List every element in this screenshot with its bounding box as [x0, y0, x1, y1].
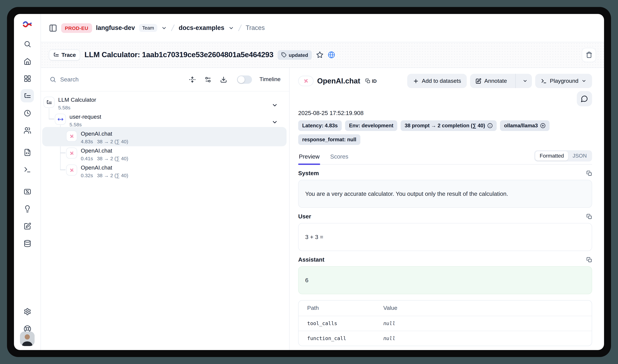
- detail-actions: Add to datasets Annotate: [407, 74, 592, 88]
- plus-icon: [413, 78, 419, 84]
- tree-node-icon: [66, 148, 77, 158]
- copy-icon: [586, 214, 592, 219]
- environment-badge[interactable]: PROD-EU: [61, 23, 92, 33]
- org-type-badge: Team: [139, 24, 157, 32]
- breadcrumb-section[interactable]: Traces: [246, 24, 265, 32]
- tree-node-trace[interactable]: LLM Calculator 5.58s: [44, 97, 286, 110]
- sidebar-item-insights[interactable]: [21, 202, 34, 215]
- openai-icon: [303, 78, 309, 84]
- breadcrumb-project[interactable]: docs-examples: [179, 24, 224, 32]
- copy-content-button[interactable]: [586, 170, 592, 176]
- cell-value: null: [383, 331, 592, 346]
- tree-node-span[interactable]: user-request 5.58s: [55, 114, 286, 127]
- comments-button[interactable]: [577, 91, 592, 106]
- file-code-icon: [24, 148, 31, 156]
- node-duration: 0.32s: [81, 172, 93, 178]
- observation-tree-panel: Search Timeline: [41, 68, 290, 350]
- toggle-knob: [238, 76, 245, 83]
- sidebar-item-evaluation[interactable]: [21, 185, 34, 198]
- tracing-tree-icon: [24, 92, 31, 100]
- openai-icon: [69, 167, 75, 173]
- sidebar-item-dashboards[interactable]: [21, 72, 34, 85]
- copy-content-button[interactable]: [586, 214, 592, 219]
- tree-connector: [60, 169, 65, 170]
- main-column: PROD-EU langfuse-dev Team / docs-example…: [41, 14, 604, 350]
- move-horizontal-icon: [57, 116, 63, 122]
- home-icon: [24, 57, 31, 65]
- param-badges-row: response_format: null: [298, 134, 592, 145]
- trace-tag-badge[interactable]: updated: [278, 50, 312, 60]
- format-option-formatted[interactable]: Formatted: [535, 151, 568, 161]
- copy-id-button[interactable]: ID: [365, 78, 377, 84]
- collapse-node-chevron[interactable]: [271, 102, 278, 108]
- delete-trace-button[interactable]: [582, 48, 596, 62]
- sliders-icon: [205, 76, 212, 83]
- download-button[interactable]: [220, 76, 227, 83]
- copy-content-button[interactable]: [586, 257, 592, 263]
- sidebar-item-playground[interactable]: [21, 163, 34, 176]
- tag-icon: [281, 52, 287, 57]
- openai-icon: [69, 150, 75, 156]
- node-duration: 5.58s: [69, 122, 82, 127]
- table-row: tool_calls null: [298, 316, 592, 331]
- terminal-icon: [541, 78, 547, 84]
- model-badge[interactable]: ollama/llama3: [500, 120, 549, 131]
- tree-icon: [46, 99, 52, 105]
- star-icon: [316, 51, 323, 59]
- message-content: 3 + 3 =: [298, 223, 592, 251]
- sidebar-item-home[interactable]: [21, 54, 34, 68]
- message-role-label: Assistant: [298, 256, 324, 263]
- message-section-assistant: Assistant 6: [298, 256, 592, 294]
- square-pen-icon: [24, 222, 31, 230]
- format-option-json[interactable]: JSON: [568, 151, 591, 161]
- timeline-toggle[interactable]: [237, 75, 252, 84]
- response-format-badge: response_format: null: [298, 134, 360, 145]
- sidebar-item-annotation[interactable]: [21, 219, 34, 233]
- download-icon: [220, 76, 227, 83]
- tree-icon: [53, 52, 59, 58]
- project-chevron-down-icon[interactable]: [228, 25, 234, 31]
- message-content: You are a very accurate calculator. You …: [298, 180, 592, 208]
- sidebar-rail: [14, 14, 41, 350]
- tree-settings-button[interactable]: [205, 76, 212, 83]
- message-section-system: System You are a very accurate calculato…: [298, 170, 592, 208]
- tab-preview[interactable]: Preview: [298, 153, 320, 164]
- percent-box-icon: [24, 188, 31, 195]
- user-avatar[interactable]: [20, 331, 35, 346]
- clock-icon: [24, 109, 31, 117]
- annotate-dropdown-chevron[interactable]: [519, 74, 532, 88]
- token-usage-badge[interactable]: 38 prompt → 2 completion (∑ 40): [401, 120, 497, 131]
- sidebar-item-sessions[interactable]: [21, 106, 34, 120]
- add-to-datasets-button[interactable]: Add to datasets: [407, 74, 467, 88]
- trace-type-badge[interactable]: Trace: [49, 49, 80, 60]
- gear-icon: [24, 308, 31, 315]
- sidebar-item-users[interactable]: [21, 124, 34, 137]
- public-share-button[interactable]: [328, 51, 335, 59]
- message-content: 6: [298, 266, 592, 294]
- sidebar-item-prompts[interactable]: [21, 146, 34, 159]
- search-input[interactable]: Search: [60, 76, 180, 83]
- column-header-value: Value: [383, 300, 592, 316]
- sidebar-item-settings[interactable]: [21, 305, 34, 318]
- collapse-all-button[interactable]: [189, 76, 196, 83]
- langfuse-app: PROD-EU langfuse-dev Team / docs-example…: [14, 14, 604, 350]
- tree-node-generation[interactable]: OpenAI.chat 0.32s 38 → 2 (∑ 40): [66, 165, 286, 178]
- playground-button[interactable]: Playground: [535, 74, 592, 88]
- format-toggle: Formatted JSON: [534, 150, 592, 162]
- window-frame: PROD-EU langfuse-dev Team / docs-example…: [0, 0, 618, 364]
- toggle-sidebar-button[interactable]: [49, 24, 57, 32]
- trace-title: LLM Calculator: 1aab1c70319ce53e2604801a…: [84, 51, 273, 59]
- observation-detail-panel: OpenAI.chat ID Add to datasets: [290, 68, 604, 350]
- org-chevron-down-icon[interactable]: [161, 25, 167, 31]
- button-divider: [515, 74, 515, 88]
- bookmark-star-button[interactable]: [316, 51, 323, 59]
- annotate-button[interactable]: Annotate: [470, 74, 512, 88]
- tab-scores[interactable]: Scores: [330, 153, 349, 164]
- collapse-node-chevron[interactable]: [271, 119, 278, 125]
- tree-node-generation[interactable]: OpenAI.chat 0.41s 38 → 2 (∑ 40): [66, 148, 286, 161]
- sidebar-item-tracing[interactable]: [21, 89, 34, 102]
- sidebar-item-datasets[interactable]: [21, 237, 34, 250]
- tree-node-generation-selected[interactable]: OpenAI.chat 4.83s 38 → 2 (∑ 40): [66, 131, 286, 144]
- breadcrumb-org[interactable]: langfuse-dev: [96, 24, 135, 32]
- sidebar-item-search[interactable]: [21, 37, 34, 51]
